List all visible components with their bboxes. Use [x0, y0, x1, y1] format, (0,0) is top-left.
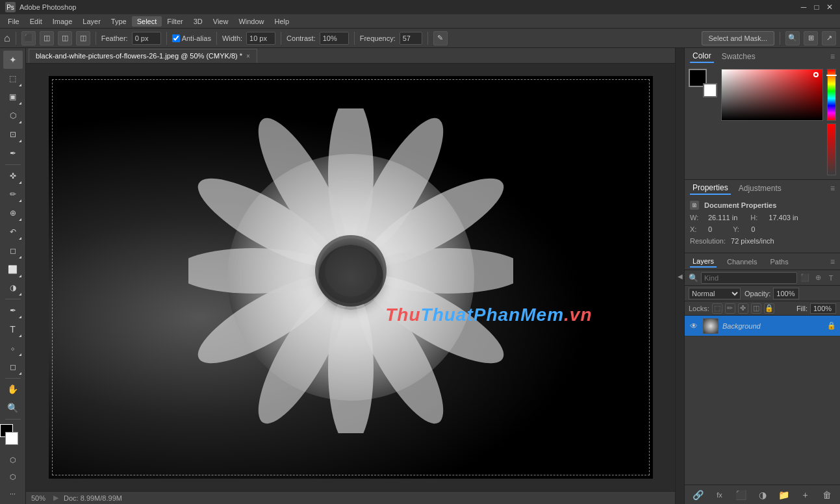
tool-eyedropper[interactable]: ✒ — [3, 144, 23, 162]
menu-file[interactable]: File — [3, 16, 25, 27]
view-toggle-button[interactable]: ⊞ — [804, 31, 818, 45]
layer-name: Background — [722, 322, 823, 330]
add-mask-button[interactable]: ⬛ — [734, 488, 748, 502]
tab-swatches[interactable]: Swatches — [719, 51, 758, 62]
maximize-button[interactable]: □ — [811, 2, 822, 12]
tool-shape[interactable]: ◻ — [3, 358, 23, 376]
tab-close-button[interactable]: × — [246, 53, 250, 60]
tab-channels[interactable]: Channels — [724, 257, 759, 267]
tab-paths[interactable]: Paths — [768, 257, 791, 267]
separator-7 — [427, 32, 428, 45]
menu-select[interactable]: Select — [132, 16, 162, 27]
minimize-button[interactable]: ─ — [798, 2, 809, 12]
menu-image[interactable]: Image — [47, 16, 78, 27]
tool-zoom[interactable]: 🔍 — [3, 399, 23, 417]
menu-help[interactable]: Help — [270, 16, 295, 27]
layers-panel: Layers Channels Paths ≡ 🔍 ⬛ ⊕ T ◻ 🔲 ● — [685, 253, 840, 504]
background-color[interactable] — [5, 432, 18, 445]
tool-gradient[interactable]: ⬜ — [3, 260, 23, 279]
tool-mode-4[interactable]: ◫ — [76, 31, 90, 45]
filter-adjust[interactable]: ⊕ — [813, 273, 823, 283]
blend-mode-select[interactable]: Normal — [689, 288, 741, 299]
tab-layers[interactable]: Layers — [690, 256, 717, 268]
lock-transparency[interactable]: ⬚ — [712, 303, 722, 314]
tool-marquee[interactable]: ▣ — [3, 88, 23, 107]
lock-position[interactable]: ✤ — [738, 303, 748, 314]
tool-text[interactable]: T — [3, 320, 23, 338]
tool-mode-2[interactable]: ◫ — [40, 31, 54, 45]
tool-spot-heal[interactable]: ✜ — [3, 167, 23, 185]
lock-paint[interactable]: ✏ — [725, 303, 735, 314]
filter-type[interactable]: T — [826, 273, 836, 283]
bg-color-swatch[interactable] — [703, 83, 717, 97]
layer-thumbnail — [703, 318, 719, 334]
link-layers-button[interactable]: 🔗 — [691, 488, 706, 502]
stylus-button[interactable]: ✎ — [433, 31, 448, 45]
frequency-input[interactable] — [400, 32, 422, 45]
tool-move[interactable]: ✦ — [3, 51, 23, 69]
menu-edit[interactable]: Edit — [25, 16, 47, 27]
tab-color[interactable]: Color — [690, 50, 714, 63]
width-input[interactable] — [246, 32, 275, 45]
filter-pixel[interactable]: ⬛ — [800, 273, 810, 283]
new-group-button[interactable]: 📁 — [777, 488, 791, 502]
share-button[interactable]: ↗ — [822, 31, 836, 45]
new-layer-button[interactable]: + — [798, 488, 813, 502]
menu-filter[interactable]: Filter — [162, 16, 188, 27]
alpha-slider[interactable] — [827, 123, 836, 175]
tab-properties[interactable]: Properties — [690, 182, 731, 195]
opacity-input[interactable] — [773, 288, 799, 299]
color-panel-options[interactable]: ≡ — [830, 52, 835, 61]
lock-label: Locks: — [689, 305, 709, 312]
toolbar-sep-4 — [5, 419, 21, 420]
tool-crop[interactable]: ⊡ — [3, 125, 23, 144]
menu-type[interactable]: Type — [106, 16, 132, 27]
tool-path[interactable]: ⬦ — [3, 339, 23, 357]
color-gradient-main[interactable] — [721, 69, 823, 121]
tool-magic-wand[interactable]: ⬡ — [3, 107, 23, 125]
home-button[interactable]: ⌂ — [4, 32, 10, 44]
color-controls — [689, 69, 836, 175]
menu-window[interactable]: Window — [233, 16, 269, 27]
search-button[interactable]: 🔍 — [785, 31, 800, 45]
tool-extra-2[interactable]: ⬡ — [3, 469, 23, 485]
feather-input[interactable] — [132, 32, 161, 45]
hue-slider[interactable] — [827, 69, 836, 121]
tab-adjustments[interactable]: Adjustments — [736, 183, 784, 194]
tool-history[interactable]: ↶ — [3, 223, 23, 241]
close-button[interactable]: ✕ — [824, 2, 835, 12]
tool-mode-1[interactable]: ⬛ — [21, 31, 36, 45]
tool-extra-1[interactable]: ⬡ — [3, 452, 23, 468]
tool-dodge[interactable]: ◑ — [3, 279, 23, 297]
layer-visibility-icon[interactable]: 👁 — [689, 321, 699, 331]
delete-layer-button[interactable]: 🗑 — [820, 488, 834, 502]
feather-label: Feather: — [101, 34, 128, 42]
tool-lasso[interactable]: ⬚ — [3, 69, 23, 88]
menu-layer[interactable]: Layer — [77, 16, 106, 27]
layer-lock-icon: 🔒 — [827, 321, 836, 331]
tool-brush[interactable]: ✏ — [3, 186, 23, 204]
tool-eraser[interactable]: ◻ — [3, 242, 23, 260]
document-tab[interactable]: black-and-white-pictures-of-flowers-26-1… — [29, 49, 257, 63]
fill-input[interactable] — [810, 303, 836, 314]
tool-extra-3[interactable]: ··· — [3, 486, 23, 501]
properties-panel-options[interactable]: ≡ — [830, 184, 835, 193]
lock-artboard[interactable]: ◫ — [751, 303, 761, 314]
contrast-input[interactable] — [320, 32, 349, 45]
fx-button[interactable]: fx — [713, 488, 727, 502]
layer-row-background[interactable]: 👁 Background 🔒 — [685, 316, 840, 336]
canvas-scroll-area[interactable]: ThuThuatPhanMem.vn — [26, 64, 675, 491]
add-adjustment-button[interactable]: ◑ — [756, 488, 770, 502]
tool-mode-3[interactable]: ◫ — [58, 31, 72, 45]
menu-view[interactable]: View — [208, 16, 234, 27]
anti-alias-checkbox[interactable]: Anti-alias — [172, 34, 211, 42]
tool-clone[interactable]: ⊕ — [3, 204, 23, 222]
select-mask-button[interactable]: Select and Mask... — [702, 31, 775, 45]
menu-3d[interactable]: 3D — [188, 16, 208, 27]
lock-all[interactable]: 🔒 — [764, 303, 774, 314]
layers-panel-options[interactable]: ≡ — [830, 257, 835, 266]
panel-collapse-button[interactable]: ◀ — [675, 48, 684, 504]
tool-pen[interactable]: ✒ — [3, 301, 23, 320]
layers-search-input[interactable] — [701, 272, 797, 284]
tool-hand[interactable]: ✋ — [3, 381, 23, 399]
